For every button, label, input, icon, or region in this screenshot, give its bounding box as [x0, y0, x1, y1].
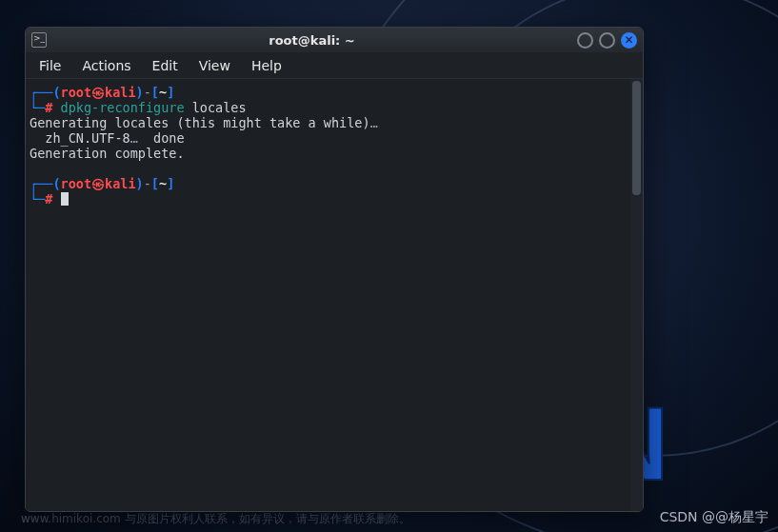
menu-view[interactable]: View — [190, 55, 240, 76]
terminal-app-icon: >_ — [31, 32, 47, 48]
scrollbar[interactable] — [630, 79, 643, 511]
watermark-left: www.himikoi.com 与原图片权利人联系，如有异议，请与原作者联系删除… — [21, 511, 410, 527]
window-title: root@kali: ~ — [52, 33, 571, 48]
scrollbar-thumb[interactable] — [632, 81, 641, 195]
cursor — [61, 192, 69, 206]
menu-edit[interactable]: Edit — [143, 55, 188, 76]
close-button[interactable]: ✕ — [621, 32, 637, 49]
terminal-output: ┌──(root㉿kali)-[~] └─# dpkg-reconfigure … — [30, 85, 637, 207]
titlebar[interactable]: >_ root@kali: ~ ✕ — [26, 28, 643, 52]
watermark-right: CSDN @@杨星宇 — [660, 509, 768, 526]
close-icon: ✕ — [624, 34, 633, 46]
minimize-button[interactable] — [577, 32, 593, 49]
menu-help[interactable]: Help — [242, 55, 291, 76]
menubar: File Actions Edit View Help — [26, 52, 643, 79]
terminal-body[interactable]: ┌──(root㉿kali)-[~] └─# dpkg-reconfigure … — [26, 79, 643, 511]
terminal-window: >_ root@kali: ~ ✕ File Actions Edit View… — [25, 27, 644, 512]
menu-actions[interactable]: Actions — [72, 55, 140, 76]
maximize-button[interactable] — [599, 32, 615, 49]
menu-file[interactable]: File — [30, 55, 70, 76]
